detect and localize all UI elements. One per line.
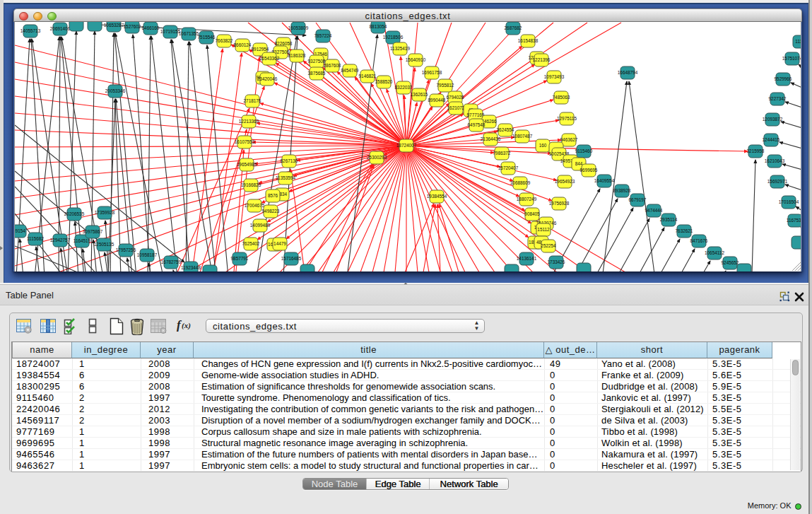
- svg-text:17004675: 17004675: [245, 203, 265, 208]
- svg-text:10653287: 10653287: [104, 23, 124, 28]
- svg-text:14136141: 14136141: [517, 256, 537, 261]
- svg-text:15751074: 15751074: [782, 56, 801, 61]
- svg-text:11923448: 11923448: [181, 265, 201, 270]
- svg-text:11325419: 11325419: [390, 46, 410, 51]
- svg-text:19166825: 19166825: [241, 182, 261, 187]
- svg-text:8660124: 8660124: [234, 42, 252, 47]
- svg-text:15640910: 15640910: [406, 57, 426, 62]
- svg-text:9115460: 9115460: [575, 148, 593, 153]
- svg-text:9498223: 9498223: [262, 209, 280, 214]
- svg-text:20206535: 20206535: [64, 211, 85, 216]
- svg-text:17359928: 17359928: [95, 210, 115, 215]
- svg-text:10973493: 10973493: [544, 74, 565, 79]
- svg-text:10719155: 10719155: [160, 29, 181, 34]
- svg-text:3875685: 3875685: [308, 71, 326, 76]
- svg-text:1112: 1112: [795, 39, 801, 44]
- svg-text:9245652: 9245652: [722, 260, 739, 265]
- svg-text:30975867: 30975867: [83, 229, 103, 234]
- svg-text:8322037: 8322037: [395, 85, 413, 90]
- svg-text:8990448: 8990448: [428, 98, 446, 103]
- svg-text:16648794: 16648794: [618, 70, 638, 75]
- svg-text:160: 160: [539, 143, 547, 148]
- svg-text:9474444: 9474444: [645, 208, 663, 213]
- svg-text:6497548: 6497548: [468, 122, 486, 127]
- svg-text:11353594: 11353594: [276, 175, 295, 180]
- svg-text:39154: 39154: [15, 228, 25, 233]
- svg-text:2935114: 2935114: [660, 217, 678, 222]
- svg-text:8471676: 8471676: [690, 238, 708, 243]
- svg-text:12093872: 12093872: [763, 117, 783, 122]
- svg-text:6679197: 6679197: [629, 197, 647, 202]
- svg-text:(x): (x): [182, 321, 191, 330]
- svg-text:19384554: 19384554: [427, 194, 447, 199]
- svg-text:18807249: 18807249: [517, 197, 537, 201]
- svg-text:1733426: 1733426: [548, 259, 565, 264]
- svg-text:10654112: 10654112: [705, 250, 724, 255]
- svg-text:20691406: 20691406: [50, 26, 71, 31]
- svg-text:6466160: 6466160: [142, 25, 160, 30]
- svg-text:8813054: 8813054: [370, 24, 387, 29]
- svg-text:12213369: 12213369: [239, 119, 259, 124]
- svg-text:7515546: 7515546: [198, 35, 216, 40]
- svg-text:7857224: 7857224: [314, 33, 332, 38]
- svg-text:8226058: 8226058: [275, 41, 293, 46]
- svg-text:9146821: 9146821: [359, 74, 377, 78]
- svg-text:12975115: 12975115: [557, 116, 577, 121]
- svg-text:1167534: 1167534: [787, 218, 801, 223]
- svg-text:14479: 14479: [273, 241, 286, 246]
- svg-text:14099489: 14099489: [250, 223, 271, 228]
- svg-text:1164519: 1164519: [73, 238, 91, 243]
- svg-text:1362615: 1362615: [411, 92, 428, 97]
- svg-text:16210643: 16210643: [765, 158, 785, 163]
- svg-text:10688609: 10688609: [510, 180, 531, 185]
- svg-text:908405: 908405: [524, 211, 540, 216]
- svg-text:9463627: 9463627: [560, 137, 578, 142]
- svg-text:9227342: 9227342: [769, 96, 787, 101]
- svg-text:2867608: 2867608: [324, 63, 341, 68]
- svg-text:15692971: 15692971: [767, 179, 788, 184]
- svg-text:252254: 252254: [541, 243, 556, 248]
- svg-text:15716485: 15716485: [281, 256, 302, 261]
- svg-text:8938928: 8938928: [613, 188, 631, 193]
- svg-text:18724007: 18724007: [396, 143, 417, 148]
- svg-text:15720407: 15720407: [498, 165, 519, 170]
- svg-text:23420046: 23420046: [257, 76, 278, 81]
- svg-text:25300293: 25300293: [367, 155, 387, 160]
- svg-text:6794028: 6794028: [447, 95, 464, 100]
- svg-text:3624554: 3624554: [497, 127, 514, 132]
- svg-text:10807487: 10807487: [512, 134, 533, 139]
- svg-text:17016504: 17016504: [779, 199, 799, 204]
- svg-text:7663822: 7663822: [216, 38, 233, 43]
- svg-text:12942757: 12942757: [50, 238, 71, 243]
- svg-text:1588520: 1588520: [375, 79, 393, 84]
- svg-text:1115682: 1115682: [27, 236, 44, 241]
- svg-text:16107553: 16107553: [235, 139, 255, 144]
- svg-text:8912954: 8912954: [252, 47, 269, 52]
- svg-text:21364436: 21364436: [481, 136, 501, 141]
- svg-text:8267130: 8267130: [281, 158, 298, 163]
- svg-text:1621072: 1621072: [447, 105, 465, 110]
- svg-text:7632621: 7632621: [676, 228, 693, 233]
- svg-text:10958187: 10958187: [137, 252, 158, 257]
- svg-text:16782759: 16782759: [161, 259, 182, 264]
- svg-text:20053346: 20053346: [105, 88, 126, 93]
- svg-text:19756928: 19756928: [549, 201, 570, 206]
- svg-text:14055713: 14055713: [20, 28, 41, 33]
- svg-text:8186328: 8186328: [288, 53, 306, 58]
- svg-text:16961758: 16961758: [422, 70, 442, 75]
- svg-text:19218506: 19218506: [383, 35, 404, 40]
- svg-text:9699695: 9699695: [580, 168, 598, 173]
- svg-text:15112: 15112: [537, 227, 550, 232]
- svg-text:8454749: 8454749: [341, 68, 359, 73]
- svg-text:3215958: 3215958: [747, 148, 765, 153]
- svg-text:2687682: 2687682: [505, 25, 522, 30]
- svg-text:1221396: 1221396: [533, 57, 551, 62]
- svg-text:9857791: 9857791: [231, 256, 249, 261]
- svg-text:16543362: 16543362: [259, 56, 280, 61]
- svg-text:7625402: 7625402: [242, 241, 260, 246]
- svg-text:1527602: 1527602: [124, 24, 141, 29]
- svg-text:7986372: 7986372: [493, 151, 511, 156]
- svg-text:19654985: 19654985: [237, 162, 257, 167]
- svg-text:8576: 8576: [268, 193, 278, 198]
- svg-text:7485063: 7485063: [553, 95, 570, 100]
